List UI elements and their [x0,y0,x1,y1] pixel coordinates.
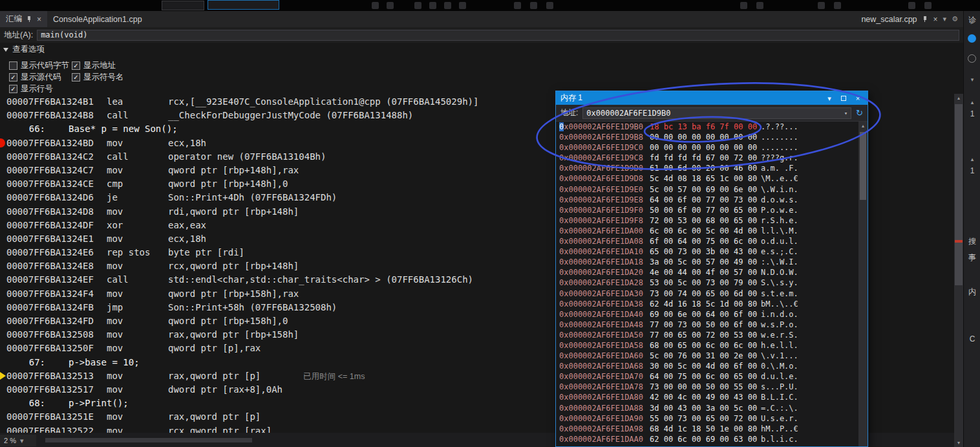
pin-icon[interactable] [27,16,32,23]
address-input[interactable] [37,30,959,41]
toolbar-icon[interactable] [429,2,436,9]
toolbar-icon[interactable] [387,2,394,9]
memory-row[interactable]: 0x000002AF6FE1DAA8 [556,444,858,446]
zoom-control[interactable]: 2 % ▾ [0,435,36,446]
view-option-3[interactable]: ✓显示符号名 [72,71,124,83]
close-icon[interactable]: × [37,16,41,23]
memory-row[interactable]: 0x000002AF6FE1D9E864 00 6f 00 77 00 73 0… [556,195,858,205]
memory-row[interactable]: 0x000002AF6FE1DA086f 00 64 00 75 00 6c 0… [556,236,858,246]
memory-window-titlebar[interactable]: 内存 1 ▾ × [556,91,868,105]
maximize-icon[interactable] [838,92,849,105]
instruction-operands: qword ptr [rbp+148h],rax [168,165,299,175]
editor-scrollbar[interactable]: ▴ ▾ [954,94,963,447]
toolbar-icon[interactable] [414,2,421,9]
horizontal-scrollbar-thumb[interactable] [45,438,252,442]
memory-row[interactable]: 0x000002AF6FE1DA6830 00 5c 00 4d 00 6f 0… [556,361,858,371]
tool-icon[interactable] [968,54,976,63]
memory-row[interactable]: 0x000002AF6FE1DA9868 4d 1c 18 50 1e 00 8… [556,424,858,434]
memory-row[interactable]: 0x000002AF6FE1D9E05c 00 57 00 69 00 6e 0… [556,184,858,195]
vertical-tab-diagnostics[interactable]: 诊 [964,15,980,26]
scroll-up-icon[interactable]: ▴ [954,94,963,102]
memory-address-input[interactable]: 0x000002AF6FE1D9B0 ▾ [582,107,851,119]
memory-scrollbar[interactable]: ▴ [858,122,868,446]
memory-row[interactable]: 0x000002AF6FE1D9B800 00 00 00 00 00 00 0… [556,132,858,142]
view-option-4[interactable]: ✓显示行号 [9,83,72,94]
memory-row[interactable]: 0x000002AF6FE1D9D85c 4d 08 18 65 1c 00 8… [556,173,858,184]
pin-icon[interactable] [922,16,928,23]
vertical-tab-2[interactable]: 1 [964,166,980,175]
memory-row[interactable]: 0x000002AF6FE1D9B018 bc 13 ba f6 7f 00 0… [556,122,858,132]
chevron-down-icon[interactable]: ▾ [844,110,847,116]
view-option-0[interactable]: 显示代码字节 [9,60,72,71]
close-icon[interactable]: × [853,92,863,105]
toolbar-icon[interactable] [908,2,915,9]
tab-consoleapplication1[interactable]: ConsoleApplication1.cpp [47,11,148,27]
toolbar-icon[interactable] [459,2,466,9]
close-icon[interactable]: × [933,16,938,23]
memory-row[interactable]: 0x000002AF6FE1DA883d 00 43 00 3a 00 5c 0… [556,403,858,413]
toolbar-icon[interactable] [444,2,451,9]
file-list-dropdown-icon[interactable]: ▾ [943,15,947,23]
toolbar-icon[interactable] [740,2,747,9]
toolbar-icon[interactable] [546,2,553,9]
memory-row[interactable]: 0x000002AF6FE1DA1065 00 73 00 3b 00 43 0… [556,246,858,257]
memory-row[interactable]: 0x000002AF6FE1DAA062 00 6c 00 69 00 63 0… [556,434,858,444]
memory-row[interactable]: 0x000002AF6FE1DA4877 00 73 00 50 00 6f 0… [556,320,858,330]
memory-row[interactable]: 0x000002AF6FE1DA605c 00 76 00 31 00 2e 0… [556,351,858,361]
vertical-tab-1[interactable]: 1 [964,109,980,118]
toolbar-icon[interactable] [530,2,537,9]
memory-row[interactable]: 0x000002AF6FE1DA8042 00 4c 00 49 00 43 0… [556,392,858,402]
toolbar-icon[interactable] [756,2,763,9]
scrollbar-thumb[interactable] [860,132,866,200]
vertical-tab-events[interactable]: 事 [964,252,980,263]
memory-row[interactable]: 0x000002AF6FE1DA006c 00 6c 00 5c 00 4d 0… [556,226,858,236]
memory-row[interactable]: 0x000002AF6FE1DA183a 00 5c 00 57 00 49 0… [556,257,858,267]
memory-row[interactable]: 0x000002AF6FE1D9F050 00 6f 00 77 00 65 0… [556,205,858,215]
diagnostics-icon[interactable] [968,34,976,43]
memory-row[interactable]: 0x000002AF6FE1DA3073 00 74 00 65 00 6d 0… [556,289,858,299]
chevron-down-icon[interactable]: ▾ [964,76,980,83]
memory-row[interactable]: 0x000002AF6FE1DA204e 00 44 00 4f 00 57 0… [556,267,858,278]
tab-disassembly[interactable]: 汇编 × [0,11,47,27]
memory-row[interactable]: 0x000002AF6FE1DA7064 00 75 00 6c 00 65 0… [556,371,858,382]
window-position-icon[interactable]: ▾ [824,92,835,105]
tab-new-scalar[interactable]: new_scalar.cpp [861,15,917,24]
memory-row[interactable]: 0x000002AF6FE1DA5868 00 65 00 6c 00 6c 0… [556,340,858,351]
vertical-tab-search[interactable]: 搜 [964,236,980,247]
memory-row[interactable]: 0x000002AF6FE1DA7873 00 00 00 50 00 55 0… [556,382,858,392]
checkbox-icon[interactable] [9,61,17,70]
collapse-triangle-icon[interactable] [3,48,8,52]
toolbar-icon[interactable] [834,2,841,9]
scroll-up-icon[interactable]: ▴ [858,122,868,130]
checkbox-icon[interactable]: ✓ [9,73,17,82]
toolbar-icon[interactable] [818,2,825,9]
memory-row[interactable]: 0x000002AF6FE1DA9055 00 73 00 65 00 72 0… [556,413,858,424]
instruction-operands: ecx,18h [168,234,206,244]
refresh-icon[interactable]: ↻ [856,109,863,117]
memory-row[interactable]: 0x000002AF6FE1DA5077 00 65 00 72 00 53 0… [556,330,858,340]
view-option-1[interactable]: ✓显示地址 [72,60,124,71]
toolbar-icon[interactable] [372,2,379,9]
instruction-address: 00007FF6BA1324FD [6,314,107,328]
memory-row[interactable]: 0x000002AF6FE1DA3862 4d 16 18 5c 1d 00 8… [556,299,858,309]
memory-row[interactable]: 0x000002AF6FE1D9C000 00 00 00 00 00 00 0… [556,142,858,153]
view-options-header[interactable]: 查看选项 [3,44,124,55]
memory-row[interactable]: 0x000002AF6FE1D9F872 00 53 00 68 00 65 0… [556,215,858,226]
checkbox-icon[interactable]: ✓ [72,61,80,70]
toolbar-dropdown[interactable] [162,1,204,10]
gear-icon[interactable]: ⚙ [952,15,958,23]
vertical-tab-c[interactable]: C [964,334,980,343]
toolbar-icon[interactable] [514,2,521,9]
view-option-2[interactable]: ✓显示源代码 [9,71,72,83]
scrollbar-thumb[interactable] [955,104,963,285]
checkbox-icon[interactable]: ✓ [9,85,17,93]
toolbar-icon[interactable] [924,2,932,9]
scroll-down-icon[interactable]: ▾ [954,439,963,447]
memory-row[interactable]: 0x000002AF6FE1DA2853 00 5c 00 73 00 79 0… [556,278,858,288]
vertical-tab-memory[interactable]: 内 [964,287,980,298]
memory-row[interactable]: 0x000002AF6FE1DA4069 00 6e 00 64 00 6f 0… [556,309,858,320]
memory-row[interactable]: 0x000002AF6FE1D9D061 00 6d 00 20 00 46 0… [556,163,858,173]
toolbar-dropdown-active[interactable] [208,0,279,10]
memory-row[interactable]: 0x000002AF6FE1D9C8fd fd fd fd 67 00 72 0… [556,153,858,163]
checkbox-icon[interactable]: ✓ [72,73,80,82]
